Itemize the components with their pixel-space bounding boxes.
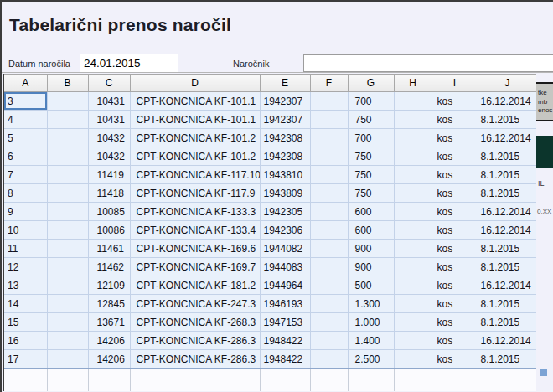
column-header-h[interactable]: H: [394, 75, 432, 92]
grid-cell[interactable]: 11462: [88, 258, 130, 276]
grid-cell[interactable]: 1942308: [260, 147, 310, 166]
grid-cell[interactable]: [394, 240, 432, 258]
grid-cell[interactable]: 12109: [88, 276, 130, 295]
grid-cell[interactable]: 1948422: [260, 332, 310, 350]
grid-cell[interactable]: 16.12.2014: [478, 92, 537, 111]
grid-cell[interactable]: 15: [3, 313, 47, 332]
grid-cell[interactable]: [310, 203, 348, 221]
grid-cell[interactable]: kos: [432, 332, 478, 350]
grid-cell[interactable]: [310, 240, 348, 258]
grid-cell[interactable]: 14206: [88, 350, 130, 369]
grid-cell[interactable]: kos: [432, 147, 478, 166]
grid-cell[interactable]: kos: [432, 203, 478, 221]
grid-cell[interactable]: 1942305: [260, 203, 310, 221]
column-header-a[interactable]: A: [3, 75, 47, 92]
grid-cell[interactable]: CPT-KONCNICA KF-286.3: [130, 332, 260, 350]
grid-cell[interactable]: CPT-KONCNICA KF-117.10: [130, 166, 260, 184]
grid-cell[interactable]: kos: [432, 111, 478, 129]
grid-cell[interactable]: 8: [3, 184, 47, 203]
grid-cell[interactable]: 10431: [88, 92, 130, 111]
grid-cell[interactable]: CPT-KONCNICA KF-133.3: [130, 203, 260, 221]
grid-cell[interactable]: 700: [348, 129, 394, 147]
grid-cell[interactable]: 10085: [88, 203, 130, 221]
grid-cell[interactable]: [47, 147, 88, 166]
grid-cell[interactable]: [310, 295, 348, 313]
grid-cell[interactable]: [47, 258, 88, 276]
grid-cell[interactable]: kos: [432, 240, 478, 258]
grid-cell[interactable]: 8.1.2015: [478, 184, 537, 203]
grid-cell[interactable]: 12845: [88, 295, 130, 313]
grid-cell[interactable]: 10431: [88, 111, 130, 129]
column-header-i[interactable]: I: [432, 75, 478, 92]
grid-cell[interactable]: [394, 258, 432, 276]
column-header-f[interactable]: F: [310, 75, 348, 92]
grid-cell[interactable]: [47, 129, 88, 147]
grid-cell[interactable]: CPT-KONCNICA KF-117.9: [130, 184, 260, 203]
grid-cell[interactable]: 8.1.2015: [478, 147, 537, 166]
grid-cell[interactable]: 9: [3, 203, 47, 221]
grid-cell[interactable]: 600: [348, 221, 394, 240]
grid-cell[interactable]: 11418: [88, 184, 130, 203]
grid-cell[interactable]: 600: [348, 203, 394, 221]
grid-cell[interactable]: 900: [348, 258, 394, 276]
grid-cell[interactable]: 1.300: [348, 295, 394, 313]
grid-cell[interactable]: 10432: [88, 147, 130, 166]
grid-cell[interactable]: [47, 221, 88, 240]
grid-cell[interactable]: 4: [3, 111, 47, 129]
grid-cell[interactable]: 900: [348, 240, 394, 258]
grid-cell[interactable]: [394, 332, 432, 350]
grid-cell[interactable]: 1942306: [260, 221, 310, 240]
grid-cell[interactable]: [310, 92, 348, 111]
grid-cell[interactable]: CPT-KONCNICA KF-101.1: [130, 111, 260, 129]
order-date-input[interactable]: [80, 54, 178, 73]
grid-cell[interactable]: 11: [3, 240, 47, 258]
grid-cell[interactable]: 1942307: [260, 111, 310, 129]
grid-cell[interactable]: [394, 129, 432, 147]
grid-cell[interactable]: 5: [3, 129, 47, 147]
grid-cell[interactable]: 8.1.2015: [478, 240, 537, 258]
grid-cell[interactable]: CPT-KONCNICA KF-181.2: [130, 276, 260, 295]
grid-cell[interactable]: kos: [432, 184, 478, 203]
grid-cell[interactable]: 1943809: [260, 184, 310, 203]
grid-cell[interactable]: CPT-KONCNICA KF-101.2: [130, 147, 260, 166]
grid-cell[interactable]: 17: [3, 350, 47, 369]
grid-cell[interactable]: 10086: [88, 221, 130, 240]
column-header-g[interactable]: G: [348, 75, 394, 92]
grid-cell[interactable]: [47, 240, 88, 258]
grid-cell[interactable]: [394, 203, 432, 221]
grid-cell[interactable]: kos: [432, 166, 478, 184]
grid-cell[interactable]: 13: [3, 276, 47, 295]
grid-cell[interactable]: 16.12.2014: [478, 221, 537, 240]
grid-cell[interactable]: [310, 111, 348, 129]
grid-cell[interactable]: 1942308: [260, 129, 310, 147]
grid-cell[interactable]: [310, 276, 348, 295]
grid-cell[interactable]: 8.1.2015: [478, 166, 537, 184]
grid-cell[interactable]: 16.12.2014: [478, 203, 537, 221]
grid-cell[interactable]: 1944964: [260, 276, 310, 295]
grid-cell[interactable]: [310, 332, 348, 350]
column-header-d[interactable]: D: [130, 75, 260, 92]
grid-cell[interactable]: CPT-KONCNICA KF-247.3: [130, 295, 260, 313]
grid-cell[interactable]: [310, 350, 348, 369]
grid-cell[interactable]: [47, 332, 88, 350]
grid-cell[interactable]: [310, 258, 348, 276]
grid-cell[interactable]: 13671: [88, 313, 130, 332]
grid-cell[interactable]: kos: [432, 221, 478, 240]
grid-cell[interactable]: [47, 92, 88, 111]
grid-cell[interactable]: kos: [432, 313, 478, 332]
grid-cell[interactable]: 7: [3, 166, 47, 184]
column-header-e[interactable]: E: [260, 75, 310, 92]
grid-cell[interactable]: [47, 350, 88, 369]
grid-cell[interactable]: [310, 313, 348, 332]
grid-cell[interactable]: 1943810: [260, 166, 310, 184]
grid-cell[interactable]: [310, 129, 348, 147]
grid-cell[interactable]: 11419: [88, 166, 130, 184]
grid-cell[interactable]: [310, 166, 348, 184]
grid-cell[interactable]: 8.1.2015: [478, 295, 537, 313]
grid-cell[interactable]: 8.1.2015: [478, 258, 537, 276]
grid-cell[interactable]: kos: [432, 276, 478, 295]
grid-cell[interactable]: 1947153: [260, 313, 310, 332]
grid-cell[interactable]: [394, 92, 432, 111]
grid-cell[interactable]: 8.1.2015: [478, 313, 537, 332]
grid-cell[interactable]: 16.12.2014: [478, 129, 537, 147]
